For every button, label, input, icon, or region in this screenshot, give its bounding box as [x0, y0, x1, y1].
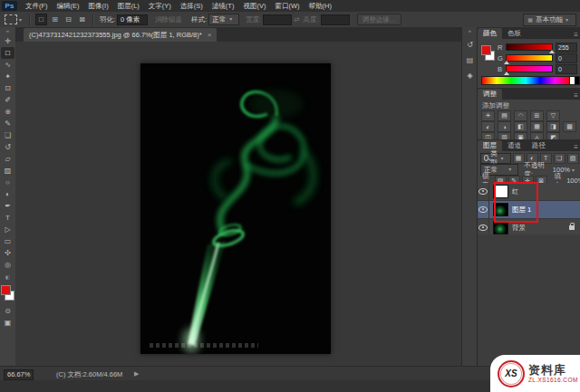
channel-mixer-icon[interactable]: ◨ [546, 121, 560, 132]
layer-row-red[interactable]: 红 [478, 183, 580, 201]
chevron-down-icon: ▾ [501, 155, 504, 161]
menu-item[interactable]: 编辑(E) [53, 0, 84, 12]
close-icon[interactable]: × [208, 31, 212, 39]
dodge-tool-icon[interactable]: ◐ [1, 188, 14, 200]
zoom-level-input[interactable]: 66.67% [4, 369, 34, 380]
tab-paths[interactable]: 路径 [527, 140, 551, 151]
color-balance-icon[interactable]: ◑ [498, 121, 511, 132]
panel-menu-icon[interactable]: ≡ [574, 91, 578, 100]
feather-input[interactable]: 0 像素 [117, 14, 148, 25]
crop-tool-icon[interactable]: ⊡ [1, 82, 14, 94]
antialias-checkbox-label[interactable]: 消除锯齿 [155, 15, 182, 24]
default-colors-icon[interactable]: ◧ [5, 274, 10, 280]
color-lookup-icon[interactable]: ▩ [563, 121, 576, 132]
slider-value[interactable]: 0 [556, 53, 577, 63]
search-icon [484, 155, 488, 161]
menu-item[interactable]: 文字(Y) [144, 0, 176, 12]
pen-tool-icon[interactable]: ✒ [1, 200, 14, 212]
canvas-image[interactable] [140, 63, 331, 354]
subtract-from-selection-icon[interactable]: ⊟ [63, 14, 74, 25]
visibility-toggle[interactable] [478, 183, 489, 200]
eyedropper-tool-icon[interactable]: ✐ [1, 94, 14, 106]
tool-preset-icon[interactable] [5, 14, 17, 24]
filter-kind-dropdown[interactable]: 类型 ▾ [480, 153, 511, 164]
history-panel-icon[interactable]: ↺ [463, 39, 477, 51]
brightness-contrast-icon[interactable]: ☀ [481, 110, 495, 121]
vibrance-icon[interactable]: ▽ [546, 110, 560, 121]
zoom-tool-icon[interactable]: ◎ [1, 259, 14, 271]
hand-tool-icon[interactable]: ✣ [1, 247, 14, 259]
brush-tool-icon[interactable]: ✎ [1, 118, 14, 129]
workspace-switcher[interactable]: ▦ 基本功能 ▾ [523, 14, 576, 26]
quick-selection-tool-icon[interactable]: ✦ [1, 71, 14, 82]
menu-item[interactable]: 图层(L) [113, 0, 144, 12]
gradient-tool-icon[interactable]: ▨ [1, 165, 14, 177]
menu-item[interactable]: 窗口(W) [270, 0, 304, 12]
tool-preset-arrow-icon[interactable]: ▾ [19, 16, 22, 23]
tool-list: ✛□∿✦⊡✐⊕✎❏↺▱▨○◐✒T▷▭✣◎ [1, 35, 14, 271]
visibility-toggle[interactable] [478, 201, 489, 218]
add-to-selection-icon[interactable]: ⊞ [49, 14, 61, 25]
tab-adjustments[interactable]: 调整 [478, 89, 502, 100]
menu-item[interactable]: 视图(V) [238, 0, 270, 12]
screen-mode-icon[interactable]: ▣ [1, 317, 14, 329]
width-input[interactable] [263, 14, 292, 25]
menu-item[interactable]: 帮助(H) [304, 0, 336, 12]
lasso-tool-icon[interactable]: ∿ [1, 59, 14, 71]
tab-channels[interactable]: 通道 [502, 140, 527, 151]
shape-tool-icon[interactable]: ▭ [1, 235, 14, 247]
menu-item[interactable]: 滤镜(T) [208, 0, 239, 12]
collapse-tools-icon[interactable]: « [6, 28, 9, 33]
foreground-color-swatch[interactable] [481, 45, 491, 55]
filter-pixel-layers-icon[interactable]: ▦ [513, 153, 525, 164]
menu-item[interactable]: 文件(F) [21, 0, 53, 12]
expand-panels-icon[interactable]: « [469, 28, 471, 33]
clone-stamp-tool-icon[interactable]: ❏ [1, 129, 14, 141]
spectrum-bw-swatch[interactable] [569, 76, 580, 85]
move-tool-icon[interactable]: ✛ [1, 35, 14, 47]
curves-icon[interactable]: ◠ [514, 110, 527, 121]
slider-track[interactable] [506, 43, 553, 51]
filter-smart-objects-icon[interactable]: ▧ [567, 153, 579, 164]
eraser-tool-icon[interactable]: ▱ [1, 153, 14, 165]
tab-color[interactable]: 颜色 [478, 28, 502, 39]
slider-track[interactable] [506, 65, 553, 72]
foreground-color-swatch[interactable] [1, 285, 11, 295]
exposure-icon[interactable]: ⊞ [530, 110, 544, 121]
panel-menu-icon[interactable]: ≡ [574, 143, 578, 151]
refine-edge-button[interactable]: 调整边缘… [357, 14, 402, 25]
document-tab[interactable]: (C)4737312421232373555.jpg @ 66.7%(图层 1,… [24, 28, 217, 42]
properties-panel-icon[interactable]: ▤ [463, 54, 477, 66]
slider-value[interactable]: 0 [556, 64, 577, 74]
color-spectrum-ramp[interactable] [481, 76, 570, 85]
hue-saturation-icon[interactable]: ◐ [481, 121, 495, 132]
menu-item[interactable]: 选择(S) [176, 0, 208, 12]
blur-tool-icon[interactable]: ○ [1, 177, 14, 188]
status-menu-arrow-icon[interactable]: ▶ [134, 370, 139, 378]
history-brush-tool-icon[interactable]: ↺ [1, 141, 14, 153]
canvas-area[interactable] [15, 42, 461, 366]
swap-dimensions-icon[interactable]: ⇄ [294, 15, 299, 24]
type-tool-icon[interactable]: T [1, 212, 14, 224]
black-white-icon[interactable]: ◧ [514, 121, 527, 132]
new-selection-icon[interactable]: □ [35, 14, 47, 25]
rectangular-marquee-tool-icon[interactable]: □ [1, 47, 14, 59]
quick-mask-icon[interactable]: ⊙ [1, 305, 14, 317]
layer-row-layer1[interactable]: 图层 1 [478, 201, 580, 219]
height-input[interactable] [321, 14, 350, 25]
panel-menu-icon[interactable]: ≡ [574, 31, 578, 39]
slider-value[interactable]: 255 [556, 43, 577, 53]
healing-brush-tool-icon[interactable]: ⊕ [1, 106, 14, 118]
levels-icon[interactable]: ▤ [498, 110, 511, 121]
path-selection-tool-icon[interactable]: ▷ [1, 224, 14, 235]
style-value: 正常 [212, 14, 226, 24]
intersect-selection-icon[interactable]: ⊠ [76, 14, 88, 25]
menu-item[interactable]: 图像(I) [84, 0, 113, 12]
slider-marker[interactable] [504, 72, 509, 75]
slider-track[interactable] [506, 54, 553, 62]
info-panel-icon[interactable]: ◈ [463, 70, 477, 81]
tab-swatches[interactable]: 色板 [502, 28, 527, 39]
style-dropdown[interactable]: 正常 ▾ [208, 14, 239, 25]
filter-shape-layers-icon[interactable]: ❏ [554, 153, 566, 164]
photo-filter-icon[interactable]: ▦ [530, 121, 544, 132]
